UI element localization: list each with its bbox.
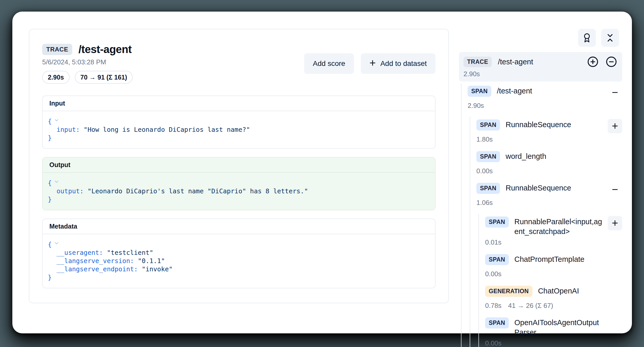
close-brace: } xyxy=(48,134,52,142)
span-type-badge: SPAN xyxy=(485,317,509,328)
tree-node-chat-openai: GENERATION ChatOpenAI 0.78s 41 → 26 (Σ 6… xyxy=(485,285,622,310)
tree-row-label: /test-agent xyxy=(497,85,602,96)
expand-node-button[interactable]: + xyxy=(608,216,622,230)
json-value: "testclient" xyxy=(107,249,153,256)
span-type-badge: SPAN xyxy=(476,183,500,194)
tree-row[interactable]: SPAN RunnableSequence + xyxy=(476,119,622,133)
json-value: "Leonardo DiCaprio's last name "DiCaprio… xyxy=(87,187,308,195)
json-key: __langserve_endpoint: xyxy=(57,265,142,273)
tree-row[interactable]: SPAN RunnableParallel<input,agent_scratc… xyxy=(485,216,622,236)
page-title: /test-agent xyxy=(78,43,132,56)
generation-type-badge: GENERATION xyxy=(485,286,532,297)
metadata-panel-title: Metadata xyxy=(43,219,435,234)
duration-value: 0.00s xyxy=(476,167,493,175)
award-ribbon-icon xyxy=(582,33,592,43)
open-brace: { xyxy=(48,241,52,248)
duration-value: 0.00s xyxy=(485,339,502,347)
tree-row-duration: 1.80s xyxy=(476,135,622,143)
token-usage-pill: 70 → 91 (Σ 161) xyxy=(75,71,133,84)
tree-row-duration: 2.90s xyxy=(464,70,617,78)
metadata-panel: Metadata { __useragent: "testclient" __l… xyxy=(42,219,436,288)
metadata-json: { __useragent: "testclient" __langserve_… xyxy=(43,234,435,288)
tree-row[interactable]: SPAN OpenAIToolsAgentOutputParser xyxy=(485,317,622,337)
tree-row-duration: 0.00s xyxy=(485,270,622,278)
app-window: TRACE /test-agent 5/6/2024, 5:03:28 PM 2… xyxy=(12,12,632,333)
duration-value: 0.00s xyxy=(485,270,502,278)
json-key: input: xyxy=(57,126,84,133)
circle-minus-icon[interactable] xyxy=(606,56,617,67)
chevron-down-icon[interactable] xyxy=(54,117,59,125)
trace-header: TRACE /test-agent 5/6/2024, 5:03:28 PM 2… xyxy=(42,43,436,84)
tree-node-word-length: SPAN word_length 0.00s xyxy=(476,151,622,175)
json-value: "invoke" xyxy=(142,265,173,273)
duration-value: 1.06s xyxy=(476,199,493,207)
tree-row-duration: 0.01s xyxy=(485,238,622,246)
add-to-dataset-button[interactable]: + Add to dataset xyxy=(361,53,436,74)
trace-timestamp: 5/6/2024, 5:03:28 PM xyxy=(42,58,133,66)
span-tree: SPAN /test-agent − 2.90s SPAN RunnableSe… xyxy=(459,83,622,347)
span-type-badge: SPAN xyxy=(485,254,509,265)
tree-row-label: RunnableSequence xyxy=(506,182,602,193)
tree-row-label: /test-agent xyxy=(498,58,581,66)
trace-detail-card: TRACE /test-agent 5/6/2024, 5:03:28 PM 2… xyxy=(29,29,449,303)
tree-node-openai-tools-agent-output-parser: SPAN OpenAIToolsAgentOutputParser 0.00s xyxy=(485,317,622,347)
trace-tree-sidebar: TRACE /test-agent 2.90s SPAN xyxy=(459,29,622,347)
input-panel-title: Input xyxy=(43,96,435,111)
json-value: "How long is Leonardo DiCaprios last nam… xyxy=(84,126,250,133)
chevron-down-icon[interactable] xyxy=(54,178,59,187)
trace-type-badge: TRACE xyxy=(42,44,72,55)
add-to-dataset-label: Add to dataset xyxy=(380,59,427,68)
output-panel: Output { output: "Leonardo DiCaprio's la… xyxy=(42,157,436,210)
expand-node-button[interactable]: + xyxy=(608,119,622,133)
tree-node-runnable-parallel: SPAN RunnableParallel<input,agent_scratc… xyxy=(485,216,622,246)
output-json: { output: "Leonardo DiCaprio's last name… xyxy=(43,173,435,210)
page: { "colors": { "page_background": "#4b5f6… xyxy=(0,0,644,347)
duration-value: 0.78s xyxy=(485,302,502,310)
duration-value: 0.01s xyxy=(485,238,502,246)
tree-node-runnable-sequence-1: SPAN RunnableSequence + 1.80s xyxy=(476,119,622,143)
add-score-button[interactable]: Add score xyxy=(304,53,354,74)
collapse-node-button[interactable]: − xyxy=(608,85,622,100)
tree-row-label: ChatPromptTemplate xyxy=(514,254,602,264)
trace-type-badge: TRACE xyxy=(464,57,492,67)
tree-node-runnable-sequence-2: SPAN RunnableSequence − 1.06s xyxy=(476,182,622,207)
tree-row[interactable]: SPAN word_length xyxy=(476,151,622,165)
tree-row[interactable]: SPAN /test-agent − xyxy=(468,85,622,100)
close-brace: } xyxy=(48,196,52,203)
open-brace: { xyxy=(48,118,52,125)
tree-node-test-agent: SPAN /test-agent − 2.90s xyxy=(468,85,622,110)
close-brace: } xyxy=(48,274,52,281)
json-key: output: xyxy=(57,187,87,195)
duration-value: 1.80s xyxy=(476,135,493,143)
tree-row-label: ChatOpenAI xyxy=(538,285,602,296)
json-key: __useragent: xyxy=(57,249,107,256)
input-json: { input: "How long is Leonardo DiCaprios… xyxy=(43,111,435,148)
chevrons-down-up-icon xyxy=(605,33,615,43)
collapse-node-button[interactable]: − xyxy=(608,182,622,197)
span-type-badge: SPAN xyxy=(468,86,491,97)
tree-row[interactable]: GENERATION ChatOpenAI xyxy=(485,285,622,300)
tree-row-duration: 1.06s xyxy=(476,199,622,207)
token-usage-value: 41 → 26 (Σ 67) xyxy=(508,302,553,310)
tree-node-chat-prompt-template: SPAN ChatPromptTemplate 0.00s xyxy=(485,254,622,278)
open-brace: { xyxy=(48,179,52,187)
collapse-view-button[interactable] xyxy=(601,29,619,47)
plus-icon: + xyxy=(369,58,376,68)
span-type-badge: SPAN xyxy=(476,119,500,131)
chevron-down-icon[interactable] xyxy=(54,240,59,248)
json-key: __langserve_version: xyxy=(57,257,138,265)
tree-row[interactable]: SPAN RunnableSequence − xyxy=(476,182,622,197)
input-panel: Input { input: "How long is Leonardo DiC… xyxy=(42,96,436,149)
json-value: "0.1.1" xyxy=(138,257,165,265)
tree-row-trace[interactable]: TRACE /test-agent 2.90s xyxy=(459,52,622,82)
duration-value: 2.90s xyxy=(468,102,484,110)
tree-row-label: RunnableSequence xyxy=(506,119,602,129)
circle-plus-icon[interactable] xyxy=(587,56,598,67)
output-panel-title: Output xyxy=(43,158,435,173)
add-score-label: Add score xyxy=(313,59,345,68)
span-type-badge: SPAN xyxy=(476,151,500,162)
tree-row-duration: 0.00s xyxy=(485,339,622,347)
tree-row[interactable]: SPAN ChatPromptTemplate xyxy=(485,254,622,268)
tree-row-label: word_length xyxy=(506,151,602,161)
bookmark-award-button[interactable] xyxy=(578,29,596,47)
